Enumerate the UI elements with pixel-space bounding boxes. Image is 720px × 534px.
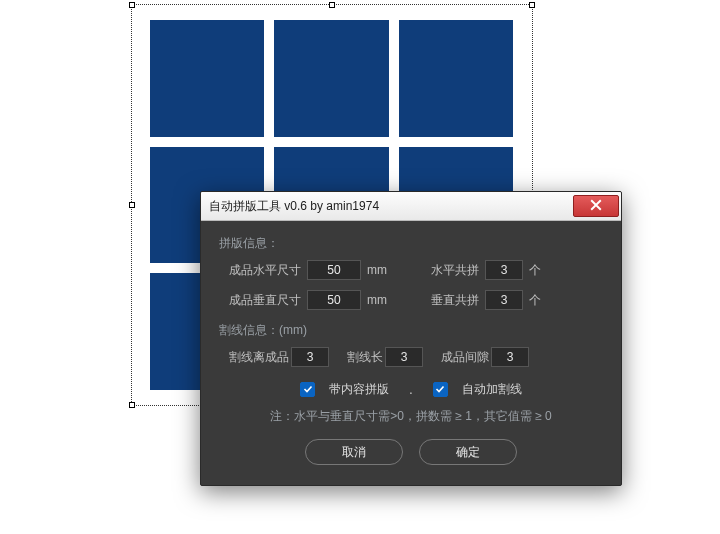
checkbox-with-content[interactable] (300, 382, 315, 397)
input-count-v[interactable] (485, 290, 523, 310)
input-count-h[interactable] (485, 260, 523, 280)
titlebar[interactable]: 自动拼版工具 v0.6 by amin1974 (201, 192, 621, 221)
grid-cell (399, 20, 513, 137)
button-row: 取消 确定 (219, 439, 603, 465)
section-imposition-label: 拼版信息： (219, 235, 603, 252)
ok-button[interactable]: 确定 (419, 439, 517, 465)
input-size-h[interactable] (307, 260, 361, 280)
handle-left[interactable] (129, 202, 135, 208)
label-auto-cutline: 自动加割线 (462, 381, 522, 398)
label-cut-length: 割线长 (347, 349, 383, 366)
unit-count-v: 个 (529, 292, 541, 309)
close-button[interactable] (573, 195, 619, 217)
footer-note: 注：水平与垂直尺寸需>0，拼数需 ≥ 1，其它值需 ≥ 0 (219, 408, 603, 425)
row-cutline: 割线离成品 割线长 成品间隙 (219, 347, 603, 367)
input-size-v[interactable] (307, 290, 361, 310)
input-gap[interactable] (491, 347, 529, 367)
check-icon (303, 383, 313, 397)
label-count-h: 水平共拼 (431, 262, 479, 279)
label-count-v: 垂直共拼 (431, 292, 479, 309)
ok-button-label: 确定 (456, 444, 480, 461)
label-size-h: 成品水平尺寸 (229, 262, 301, 279)
row-size-horizontal: 成品水平尺寸 mm 水平共拼 个 (229, 260, 603, 280)
cancel-button[interactable]: 取消 (305, 439, 403, 465)
input-cut-offset[interactable] (291, 347, 329, 367)
row-checkboxes: 带内容拼版 . 自动加割线 (219, 381, 603, 398)
imposition-dialog: 自动拼版工具 v0.6 by amin1974 拼版信息： 成品水平尺寸 mm … (200, 191, 622, 486)
cancel-button-label: 取消 (342, 444, 366, 461)
dialog-body: 拼版信息： 成品水平尺寸 mm 水平共拼 个 成品垂直尺寸 mm 垂直共拼 个 (201, 221, 621, 485)
unit-size-v: mm (367, 293, 387, 307)
close-icon (590, 199, 602, 214)
unit-count-h: 个 (529, 262, 541, 279)
input-cut-length[interactable] (385, 347, 423, 367)
dialog-title: 自动拼版工具 v0.6 by amin1974 (209, 198, 573, 215)
handle-bottom-left[interactable] (129, 402, 135, 408)
grid-cell (274, 20, 388, 137)
grid-cell (150, 20, 264, 137)
handle-top-right[interactable] (529, 2, 535, 8)
unit-size-h: mm (367, 263, 387, 277)
handle-top-left[interactable] (129, 2, 135, 8)
checkbox-auto-cutline[interactable] (433, 382, 448, 397)
separator-dot: . (409, 383, 412, 397)
label-with-content: 带内容拼版 (329, 381, 389, 398)
label-size-v: 成品垂直尺寸 (229, 292, 301, 309)
check-icon (435, 383, 445, 397)
label-gap: 成品间隙 (441, 349, 489, 366)
row-size-vertical: 成品垂直尺寸 mm 垂直共拼 个 (229, 290, 603, 310)
section-cutline-label: 割线信息：(mm) (219, 322, 603, 339)
label-cut-offset: 割线离成品 (229, 349, 289, 366)
handle-top[interactable] (329, 2, 335, 8)
